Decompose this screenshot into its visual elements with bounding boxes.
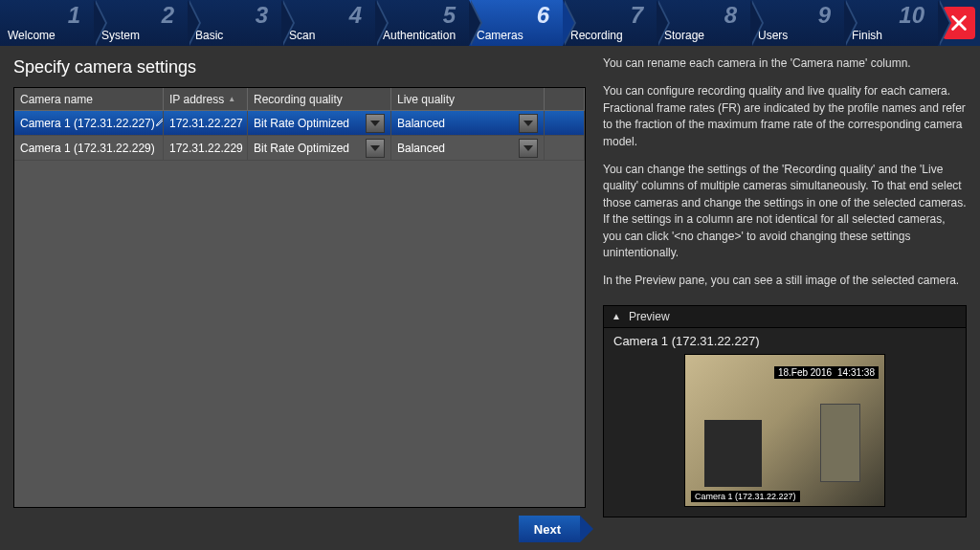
preview-camera-title: Camera 1 (172.31.22.227): [613, 334, 956, 348]
wizard-step-recording[interactable]: 7 Recording: [563, 0, 657, 46]
step-number: 1: [68, 2, 80, 29]
cell-live-quality[interactable]: Balanced: [391, 111, 545, 135]
step-label: Cameras: [477, 29, 523, 42]
cell-ip: 172.31.22.227: [164, 111, 248, 135]
cell-camera-name[interactable]: Camera 1 (172.31.22.227): [14, 111, 164, 135]
col-camera-name[interactable]: Camera name: [14, 88, 164, 110]
preview-header-label: Preview: [629, 310, 670, 323]
step-label: System: [101, 29, 140, 42]
next-button[interactable]: Next: [519, 516, 580, 542]
dropdown-icon[interactable]: [366, 139, 385, 158]
help-text: You can rename each camera in the 'Camer…: [603, 55, 967, 72]
page-title: Specify camera settings: [13, 57, 586, 77]
cell-camera-name[interactable]: Camera 1 (172.31.22.229): [14, 136, 164, 160]
table-header: Camera name IP address▲ Recording qualit…: [14, 88, 585, 111]
step-number: 6: [537, 2, 549, 29]
dropdown-icon[interactable]: [366, 114, 385, 133]
step-label: Recording: [570, 29, 623, 42]
wizard-step-users[interactable]: 9 Users: [750, 0, 844, 46]
help-text: You can change the settings of the 'Reco…: [603, 162, 967, 261]
step-number: 10: [899, 2, 924, 29]
table-row[interactable]: Camera 1 (172.31.22.229) 172.31.22.229 B…: [14, 136, 585, 161]
step-label: Storage: [664, 29, 704, 42]
preview-header[interactable]: ▲ Preview: [604, 306, 966, 328]
settings-panel: Specify camera settings Camera name IP a…: [0, 46, 593, 550]
preview-pane: ▲ Preview Camera 1 (172.31.22.227) 18.Fe…: [603, 305, 967, 517]
cell-recording-quality[interactable]: Bit Rate Optimized: [248, 136, 391, 160]
dropdown-icon[interactable]: [519, 139, 538, 158]
step-number: 8: [724, 2, 737, 29]
cell-spacer: [545, 136, 585, 160]
wizard-step-welcome[interactable]: 1 Welcome: [0, 0, 94, 46]
sort-asc-icon: ▲: [228, 95, 235, 103]
table-body: Camera 1 (172.31.22.227) 172.31.22.227 B…: [14, 111, 585, 507]
step-label: Authentication: [383, 29, 456, 42]
step-number: 7: [631, 2, 643, 29]
collapse-icon[interactable]: ▲: [612, 311, 621, 321]
help-text: You can configure recording quality and …: [603, 83, 967, 150]
table-row[interactable]: Camera 1 (172.31.22.227) 172.31.22.227 B…: [14, 111, 585, 136]
col-live-quality[interactable]: Live quality: [391, 88, 545, 110]
cell-spacer: [545, 111, 585, 135]
step-label: Welcome: [8, 29, 56, 42]
col-recording-quality[interactable]: Recording quality: [248, 88, 391, 110]
camera-overlay-label: Camera 1 (172.31.22.227): [691, 491, 800, 502]
edit-icon[interactable]: [155, 116, 164, 130]
col-spacer: [545, 88, 585, 110]
wizard-step-storage[interactable]: 8 Storage: [657, 0, 750, 46]
wizard-step-finish[interactable]: 10 Finish: [844, 0, 938, 46]
dropdown-icon[interactable]: [519, 114, 538, 133]
step-number: 9: [818, 2, 831, 29]
camera-table: Camera name IP address▲ Recording qualit…: [13, 87, 586, 508]
wizard-step-cameras[interactable]: 6 Cameras: [469, 0, 563, 46]
step-number: 4: [349, 2, 362, 29]
wizard-step-system[interactable]: 2 System: [94, 0, 188, 46]
step-number: 2: [162, 2, 174, 29]
help-panel: You can rename each camera in the 'Camer…: [593, 46, 980, 550]
help-text: In the Preview pane, you can see a still…: [603, 273, 967, 289]
col-ip-address[interactable]: IP address▲: [164, 88, 248, 110]
timestamp-overlay: 18.Feb 2016 14:31:38: [774, 366, 879, 379]
cell-live-quality[interactable]: Balanced: [391, 136, 545, 160]
wizard-nav: 1 Welcome 2 System 3 Basic 4 Scan 5 Auth…: [0, 0, 980, 46]
wizard-step-basic[interactable]: 3 Basic: [188, 0, 281, 46]
preview-thumbnail: 18.Feb 2016 14:31:38 Camera 1 (172.31.22…: [684, 354, 885, 507]
cell-ip: 172.31.22.229: [164, 136, 248, 160]
step-number: 3: [256, 2, 268, 29]
cell-recording-quality[interactable]: Bit Rate Optimized: [248, 111, 391, 135]
wizard-step-scan[interactable]: 4 Scan: [281, 0, 375, 46]
wizard-step-authentication[interactable]: 5 Authentication: [375, 0, 469, 46]
step-number: 5: [443, 2, 456, 29]
